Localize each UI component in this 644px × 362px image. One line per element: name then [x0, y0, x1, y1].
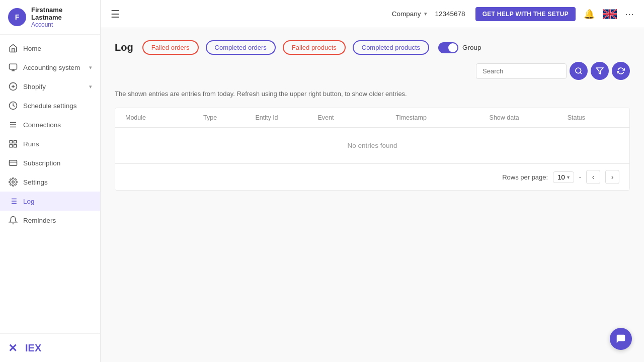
- sidebar-item-home[interactable]: Home: [0, 39, 100, 58]
- svg-rect-0: [10, 64, 17, 69]
- sidebar-item-accounting-label: Accounting system: [23, 64, 80, 71]
- company-id: 12345678: [435, 10, 465, 18]
- sidebar-item-schedule[interactable]: Schedule settings: [0, 96, 100, 115]
- sidebar-item-home-label: Home: [23, 45, 41, 52]
- runs-icon: [8, 139, 18, 149]
- chat-bubble[interactable]: [610, 328, 632, 350]
- col-event: Event: [317, 114, 395, 121]
- col-show-data: Show data: [490, 114, 568, 121]
- more-options-icon[interactable]: ⋯: [625, 9, 634, 20]
- user-role[interactable]: Account: [31, 21, 92, 28]
- svg-rect-10: [10, 145, 12, 147]
- logo-icon: ✕: [8, 342, 24, 354]
- svg-rect-9: [14, 140, 17, 143]
- svg-rect-11: [14, 145, 17, 147]
- log-table: Module Type Entity Id Event Timestamp Sh…: [115, 108, 630, 191]
- toggle-knob: [448, 43, 457, 52]
- group-switch[interactable]: [438, 42, 458, 53]
- chevron-down-icon: ▾: [89, 64, 92, 71]
- sidebar-item-accounting[interactable]: Accounting system ▾: [0, 58, 100, 77]
- user-info: Firstname Lastname Account: [31, 6, 92, 28]
- sidebar-item-settings-label: Settings: [23, 178, 48, 186]
- svg-rect-8: [10, 140, 12, 143]
- language-flag[interactable]: [603, 9, 617, 19]
- pagination: Rows per page: 10 ▾ - ‹ ›: [115, 163, 629, 190]
- filter-failed-products[interactable]: Failed products: [283, 40, 346, 55]
- company-selector[interactable]: Company ▾: [392, 10, 427, 18]
- svg-line-24: [580, 72, 582, 74]
- rows-per-page-select[interactable]: 10 ▾: [553, 171, 574, 183]
- filter-completed-products[interactable]: Completed products: [353, 40, 429, 55]
- svg-rect-12: [10, 160, 17, 166]
- group-toggle[interactable]: Group: [438, 42, 481, 53]
- sidebar-item-subscription-label: Subscription: [23, 159, 60, 167]
- reminders-icon: [8, 215, 18, 225]
- subscription-icon: [8, 158, 18, 168]
- svg-text:✕: ✕: [8, 342, 17, 354]
- table-header: Module Type Entity Id Event Timestamp Sh…: [115, 108, 629, 128]
- col-status: Status: [568, 114, 619, 121]
- sidebar-header: F Firstname Lastname Account: [0, 0, 100, 35]
- sidebar-item-runs-label: Runs: [23, 140, 39, 148]
- table-empty-message: No entries found: [115, 128, 629, 163]
- content-area: Log Failed orders Completed orders Faile…: [101, 28, 644, 362]
- sidebar-item-schedule-label: Schedule settings: [23, 102, 77, 110]
- company-label: Company: [392, 10, 421, 18]
- pagination-prev-button[interactable]: ‹: [586, 170, 600, 184]
- topbar: ☰ Company ▾ 12345678 GET HELP WITH THE S…: [101, 0, 644, 28]
- home-icon: [8, 43, 18, 53]
- col-timestamp: Timestamp: [396, 114, 490, 121]
- settings-icon: [8, 177, 18, 187]
- sidebar: F Firstname Lastname Account Home Accoun…: [0, 0, 101, 362]
- sidebar-item-connections[interactable]: Connections: [0, 115, 100, 134]
- connections-icon: [8, 120, 18, 130]
- sidebar-item-shopify-label: Shopify: [23, 83, 46, 90]
- refresh-button[interactable]: [612, 62, 630, 80]
- search-button[interactable]: [570, 62, 588, 80]
- bell-icon[interactable]: 🔔: [584, 9, 595, 20]
- svg-marker-25: [596, 68, 603, 74]
- col-entity-id: Entity Id: [255, 114, 317, 121]
- rows-dropdown-icon: ▾: [567, 174, 570, 180]
- filter-completed-orders[interactable]: Completed orders: [206, 40, 276, 55]
- rows-per-page-value: 10: [557, 173, 565, 181]
- sidebar-item-log[interactable]: Log: [0, 192, 100, 211]
- rows-per-page-label: Rows per page:: [502, 173, 548, 181]
- col-module: Module: [125, 114, 203, 121]
- svg-point-23: [576, 68, 581, 73]
- sidebar-item-subscription[interactable]: Subscription: [0, 153, 100, 172]
- chevron-down-icon: ▾: [89, 83, 92, 90]
- sidebar-item-reminders-label: Reminders: [23, 217, 56, 224]
- sidebar-footer: ✕ IEX: [0, 333, 100, 362]
- col-type: Type: [203, 114, 255, 121]
- user-name: Firstname Lastname: [31, 6, 92, 21]
- filter-failed-orders[interactable]: Failed orders: [142, 40, 199, 55]
- shopify-icon: [8, 81, 18, 92]
- get-help-button[interactable]: GET HELP WITH THE SETUP: [475, 7, 576, 21]
- sidebar-item-log-label: Log: [23, 198, 35, 205]
- log-header: Log Failed orders Completed orders Faile…: [115, 40, 630, 80]
- sidebar-item-shopify[interactable]: Shopify ▾: [0, 77, 100, 96]
- sidebar-item-settings[interactable]: Settings: [0, 172, 100, 192]
- info-text: The shown entries are entries from today…: [115, 90, 630, 98]
- sidebar-item-runs[interactable]: Runs: [0, 134, 100, 153]
- iex-logo: ✕ IEX: [8, 342, 92, 354]
- pagination-next-button[interactable]: ›: [605, 170, 619, 184]
- svg-point-14: [12, 181, 15, 184]
- page-title: Log: [115, 42, 133, 53]
- search-box: [476, 62, 630, 80]
- log-icon: [8, 196, 18, 206]
- filter-button[interactable]: [591, 62, 609, 80]
- sidebar-nav: Home Accounting system ▾ Shopify ▾ Sched…: [0, 35, 100, 333]
- search-input[interactable]: [476, 63, 567, 79]
- sidebar-item-reminders[interactable]: Reminders: [0, 211, 100, 230]
- avatar: F: [8, 8, 26, 26]
- schedule-icon: [8, 101, 18, 111]
- group-label: Group: [462, 44, 481, 51]
- sidebar-item-connections-label: Connections: [23, 121, 61, 129]
- hamburger-icon[interactable]: ☰: [111, 8, 120, 20]
- logo-text: IEX: [25, 342, 41, 354]
- main-area: ☰ Company ▾ 12345678 GET HELP WITH THE S…: [101, 0, 644, 362]
- chevron-down-icon: ▾: [424, 11, 427, 17]
- chat-icon: [615, 333, 626, 344]
